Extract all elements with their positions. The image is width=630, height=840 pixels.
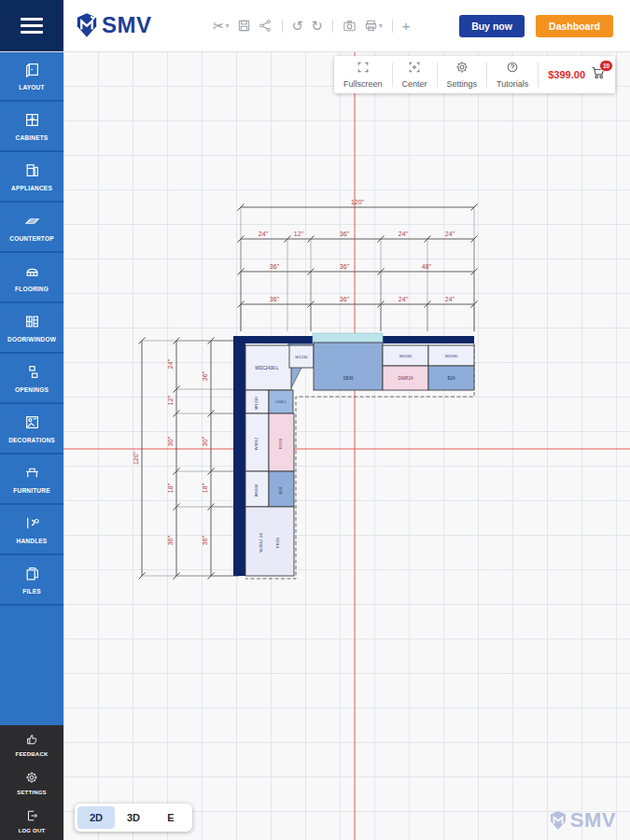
dimension-label: 36" [270,263,280,270]
sidebar-item-appliances[interactable]: APPLIANCES [0,152,63,203]
sidebar-item-furniture[interactable]: FURNITURE [0,455,63,505]
dimension-label: 24" [445,231,455,237]
files-icon [24,566,40,585]
cabinet-label: DWR24 [398,376,413,381]
cabinet-w2430-a[interactable]: W2430 [383,345,428,366]
cabinet-label: W3012 [254,437,259,450]
menu-icon[interactable] [0,0,63,51]
decorations-icon [24,414,40,434]
cabinet-w3012[interactable]: W3012 [245,413,269,471]
cabinet-label: FR36 [275,538,280,548]
cabinet-wdc2430-l[interactable]: WDC2430-L [245,345,291,390]
sidebar-item-label: OPENINGS [15,386,49,393]
watermark-text: SMV [570,808,616,833]
cabinet-w2430-b[interactable]: W2430 [428,345,474,366]
sidebar-item-label: LAYOUT [19,84,44,91]
cabinets-icon [24,112,40,132]
cabinet-ro30[interactable]: RO30 [269,413,294,471]
view-e-button[interactable]: E [152,806,189,829]
dimension-label: 48" [422,263,432,270]
cabinet-label: RO30 [278,438,283,449]
cabinet-label: B18 [278,486,283,494]
tutorials-button[interactable]: Tutorials [487,61,538,89]
settings-button[interactable]: Settings [438,61,487,89]
sidebar-item-handles[interactable]: HANDLES [0,505,63,555]
sidebar-item-layout[interactable]: LAYOUT [0,51,63,102]
sidebar-item-settings[interactable]: SETTINGS [0,763,63,802]
fullscreen-icon [357,61,370,79]
cabinet-b18[interactable]: B18 [269,471,294,507]
print-icon[interactable]: ▾ [364,19,383,33]
cabinet-dwr24[interactable]: DWR24 [383,366,428,390]
sidebar-item-feedback[interactable]: FEEDBACK [0,725,63,763]
view-2d-button[interactable]: 2D [77,806,115,829]
dimension-label: 24" [445,296,455,302]
feedback-icon [25,733,38,749]
dimension-label: 24" [399,231,409,237]
dimension-label: 36" [340,296,350,302]
share-icon[interactable] [259,19,273,33]
sidebar-item-label: CABINETS [16,134,49,141]
center-label: Center [402,79,427,89]
sidebar-item-flooring[interactable]: FLOORING [0,253,63,303]
floor-plan[interactable]: 120"24"12"36"24"24"36"36"48"36"36"24"24"… [63,51,630,840]
dimension-label: 36" [340,231,350,237]
smv-shield-watermark-icon [549,810,567,831]
sidebar-item-label: LOG OUT [19,828,46,833]
cabinet-label: WDC2430-L [255,366,279,371]
sidebar-item-label: APPLIANCES [11,185,52,191]
cabinet-sb36[interactable]: SB36 [314,343,383,390]
undo-icon[interactable]: ↺ [292,19,304,33]
cabinet-ls36-l[interactable]: LS36-L [269,390,293,413]
save-icon[interactable] [237,19,251,33]
sidebar: LAYOUTCABINETSAPPLIANCESCOUNTERTOPFLOORI… [0,51,63,840]
sidebar-item-logout[interactable]: LOG OUT [0,802,63,840]
design-canvas[interactable]: 120"24"12"36"24"24"36"36"48"36"36"24"24"… [63,51,630,840]
camera-icon[interactable] [343,19,357,33]
add-icon[interactable]: + [402,19,411,33]
sidebar-item-label: FURNITURE [13,487,49,494]
settings-icon [455,61,469,79]
dimension-label: 120" [351,199,365,205]
cabinet-label: LS36-L [275,400,287,404]
center-button[interactable]: Center [393,61,437,89]
cabinet-fr36[interactable]: W3612-24FR36 [245,507,294,576]
cabinet-label: W1230 [254,397,259,410]
sidebar-item-cabinets[interactable]: CABINETS [0,102,63,152]
cabinet-b24[interactable]: B24 [428,366,474,390]
cabinet-label: W1230 [295,355,308,359]
handles-icon [24,515,40,535]
buy-now-button[interactable]: Buy now [459,15,525,37]
cabinet-label: W2430 [445,354,458,358]
cart-badge: 10 [599,60,613,72]
dimension-label: 36" [340,263,350,270]
fullscreen-button[interactable]: Fullscreen [334,61,392,89]
toolbar-icons: ✂▾↺↻▾+ [213,0,411,51]
window [313,333,383,343]
cabinet-w1830[interactable]: W1830 [245,471,269,507]
sidebar-item-files[interactable]: FILES [0,555,63,606]
center-icon [408,61,421,79]
sidebar-item-doorwindow[interactable]: DOOR/WINDOW [0,303,63,354]
smv-shield-icon [75,12,99,38]
sidebar-item-label: SETTINGS [17,790,47,795]
openings-icon [24,364,40,384]
settings-label: Settings [447,79,478,89]
redo-icon[interactable]: ↻ [311,19,323,33]
view-3d-button[interactable]: 3D [115,806,152,829]
cart-button[interactable]: 10 [591,65,606,84]
tutorials-icon [506,61,519,79]
sidebar-item-decorations[interactable]: DECORATIONS [0,404,63,455]
dashboard-button[interactable]: Dashboard [536,15,613,37]
cabinet-w1230-left[interactable]: W1230 [245,390,269,413]
doorwindow-icon [24,314,40,333]
sidebar-item-openings[interactable]: OPENINGS [0,354,63,404]
cabinet-w1230-top[interactable]: W1230 [289,345,314,368]
canvas-toolbar: FullscreenCenterSettingsTutorials$399.00… [334,56,615,93]
cabinet-label: W1830 [254,483,259,497]
toolbar-divider [282,20,283,33]
cut-icon[interactable]: ✂▾ [213,19,230,33]
furniture-icon [24,465,40,484]
sidebar-item-countertop[interactable]: COUNTERTOP [0,203,63,253]
dimension-label: 36" [167,535,174,545]
